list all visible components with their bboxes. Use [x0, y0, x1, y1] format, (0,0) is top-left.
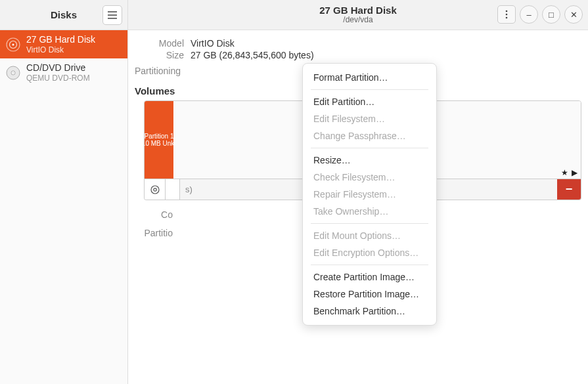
optical-icon — [5, 65, 21, 81]
model-value: VirtIO Disk — [191, 38, 235, 49]
main-header: 27 GB Hard Disk /dev/vda – □ ✕ — [128, 0, 588, 30]
app-title: Disks — [25, 9, 102, 20]
partition-1[interactable]: Partition 1 1.0 MB Unkn — [145, 101, 175, 179]
menu-edit-partition[interactable]: Edit Partition… — [303, 93, 436, 110]
size-value: 27 GB (26,843,545,600 bytes) — [191, 50, 314, 60]
menu-separator — [311, 148, 428, 148]
contents-label-clip: Co — [135, 209, 179, 220]
delete-partition-button[interactable]: − — [557, 179, 581, 200]
sidebar-item-optical[interactable]: CD/DVD Drive QEMU DVD-ROM — [0, 58, 127, 87]
main-panel: 27 GB Hard Disk /dev/vda – □ ✕ Model Vir… — [128, 0, 588, 384]
menu-take-ownership: Take Ownership… — [303, 203, 436, 220]
maximize-icon: □ — [549, 10, 554, 20]
minus-icon: − — [566, 182, 573, 196]
volume-divider — [166, 179, 180, 200]
kebab-icon — [505, 10, 508, 19]
partition-label-clip: Partitio — [135, 228, 179, 238]
menu-resize[interactable]: Resize… — [303, 152, 436, 169]
mount-toggle-button[interactable] — [145, 179, 166, 200]
sidebar-item-sublabel: VirtIO Disk — [26, 45, 95, 54]
volume-indicators: ★ ▶ — [561, 168, 578, 177]
gear-icon — [150, 184, 160, 195]
drive-menu-button[interactable] — [497, 5, 516, 24]
size-label: Size — [135, 50, 191, 60]
menu-separator — [311, 265, 428, 265]
device-path: /dev/vda — [319, 16, 397, 25]
menu-separator — [311, 223, 428, 224]
menu-create-image[interactable]: Create Partition Image… — [303, 268, 436, 286]
hamburger-icon — [108, 11, 117, 19]
sidebar-header: Disks — [0, 0, 127, 30]
menu-change-passphrase: Change Passphrase… — [303, 127, 436, 144]
svg-point-7 — [506, 14, 508, 16]
sidebar: Disks 27 GB Hard Disk VirtIO Disk — [0, 0, 128, 384]
svg-point-2 — [12, 43, 14, 45]
partition-context-menu: Format Partition… Edit Partition… Edit F… — [302, 63, 437, 326]
disk-list: 27 GB Hard Disk VirtIO Disk CD/DVD Drive… — [0, 30, 127, 384]
minimize-button[interactable]: – — [520, 5, 538, 24]
svg-point-6 — [506, 11, 508, 12]
menu-repair-filesystem: Repair Filesystem… — [303, 186, 436, 203]
sidebar-item-label: 27 GB Hard Disk — [26, 34, 95, 45]
menu-format-partition[interactable]: Format Partition… — [303, 69, 436, 86]
menu-edit-filesystem: Edit Filesystem… — [303, 110, 436, 127]
close-button[interactable]: ✕ — [564, 5, 583, 24]
minimize-icon: – — [526, 10, 531, 20]
sidebar-item-sublabel: QEMU DVD-ROM — [26, 74, 90, 83]
page-title: 27 GB Hard Disk — [319, 5, 397, 16]
menu-separator — [311, 89, 428, 90]
menu-benchmark[interactable]: Benchmark Partition… — [303, 303, 436, 320]
hdd-icon — [5, 37, 21, 53]
close-icon: ✕ — [570, 10, 577, 20]
svg-point-10 — [153, 188, 156, 190]
svg-point-5 — [12, 72, 14, 74]
app-menu-button[interactable] — [102, 5, 122, 25]
svg-point-9 — [151, 186, 159, 194]
menu-restore-image[interactable]: Restore Partition Image… — [303, 286, 436, 303]
maximize-button[interactable]: □ — [542, 5, 560, 24]
svg-point-8 — [506, 17, 508, 19]
sidebar-item-label: CD/DVD Drive — [26, 62, 90, 74]
menu-edit-mount: Edit Mount Options… — [303, 227, 436, 244]
model-label: Model — [135, 38, 191, 49]
menu-check-filesystem: Check Filesystem… — [303, 169, 436, 186]
sidebar-item-hard-disk[interactable]: 27 GB Hard Disk VirtIO Disk — [0, 30, 127, 58]
menu-edit-encryption: Edit Encryption Options… — [303, 244, 436, 261]
